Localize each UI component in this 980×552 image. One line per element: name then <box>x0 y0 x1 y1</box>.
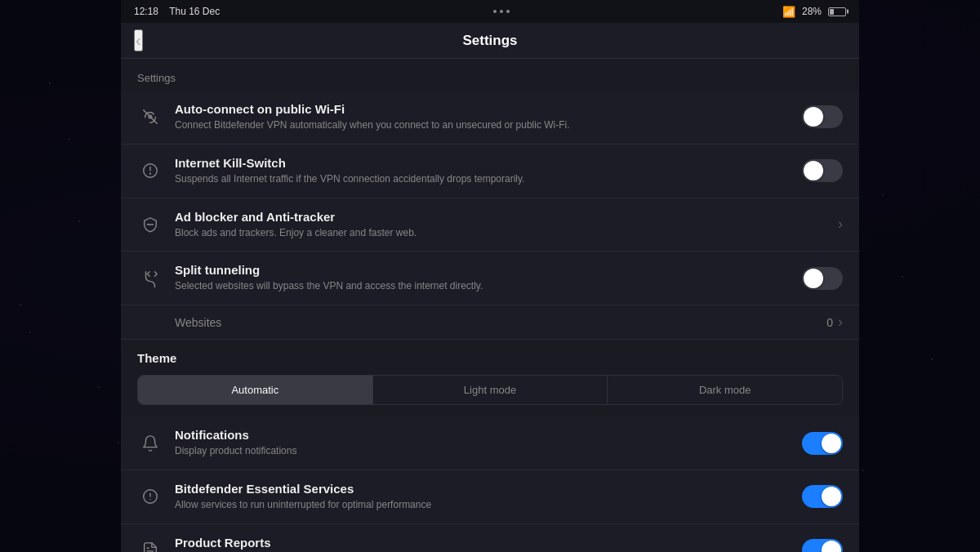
battery-percent: 28% <box>802 6 822 17</box>
essential-services-control[interactable] <box>802 485 843 508</box>
kill-switch-content: Internet Kill-Switch Suspends all Intern… <box>175 156 792 186</box>
auto-connect-title: Auto-connect on public Wi-Fi <box>175 102 792 116</box>
app-header: ‹ Settings <box>121 23 859 59</box>
auto-connect-toggle-thumb <box>804 107 823 127</box>
websites-value: 0 <box>826 316 833 329</box>
kill-switch-title: Internet Kill-Switch <box>175 156 792 170</box>
right-panel <box>859 0 980 552</box>
split-tunneling-toggle-thumb <box>804 269 823 288</box>
status-bar: 12:18 Thu 16 Dec 📶 28% <box>121 0 859 23</box>
product-reports-row: Product Reports Submit anonymous product… <box>121 524 859 552</box>
split-tunneling-row: Split tunneling Selected websites will b… <box>121 252 859 305</box>
websites-chevron: › <box>838 314 843 331</box>
auto-connect-content: Auto-connect on public Wi-Fi Connect Bit… <box>175 102 792 132</box>
product-reports-content: Product Reports Submit anonymous product… <box>175 536 792 552</box>
notifications-subtitle: Display product notifications <box>175 444 792 458</box>
side-panel <box>0 0 121 552</box>
split-tunneling-icon <box>137 265 163 292</box>
ad-blocker-title: Ad blocker and Anti-tracker <box>175 210 828 224</box>
kill-switch-toggle[interactable] <box>802 159 843 182</box>
header-title: Settings <box>462 33 517 49</box>
notifications-row: Notifications Display product notificati… <box>121 416 859 470</box>
essential-services-title: Bitdefender Essential Services <box>175 482 792 496</box>
split-tunneling-content: Split tunneling Selected websites will b… <box>175 263 792 293</box>
battery-indicator <box>828 7 846 16</box>
essential-services-row: Bitdefender Essential Services Allow ser… <box>121 470 859 524</box>
dot-1 <box>493 10 497 13</box>
product-reports-toggle[interactable] <box>802 539 843 552</box>
notifications-toggle-thumb <box>822 434 841 453</box>
notifications-icon <box>137 430 163 456</box>
theme-selector: Automatic Light mode Dark mode <box>137 375 843 405</box>
status-time-date: 12:18 Thu 16 Dec <box>134 6 220 17</box>
status-right: 📶 28% <box>782 6 846 18</box>
notifications-content: Notifications Display product notificati… <box>175 428 792 458</box>
product-reports-icon <box>137 537 163 552</box>
ad-blocker-content: Ad blocker and Anti-tracker Block ads an… <box>175 210 828 240</box>
kill-switch-control[interactable] <box>802 159 843 182</box>
notifications-control[interactable] <box>802 432 843 455</box>
split-tunneling-control[interactable] <box>802 267 843 290</box>
kill-switch-row: Internet Kill-Switch Suspends all Intern… <box>121 145 859 198</box>
status-time: 12:18 <box>134 6 158 17</box>
websites-label: Websites <box>175 316 826 329</box>
split-tunneling-toggle[interactable] <box>802 267 843 290</box>
notifications-toggle[interactable] <box>802 432 843 455</box>
essential-services-content: Bitdefender Essential Services Allow ser… <box>175 482 792 512</box>
battery-fill <box>830 9 834 15</box>
status-center-dots <box>493 10 510 13</box>
product-reports-toggle-thumb <box>822 541 841 552</box>
notifications-title: Notifications <box>175 428 792 442</box>
app-container: 12:18 Thu 16 Dec 📶 28% ‹ Settings Settin… <box>121 0 859 552</box>
auto-connect-control[interactable] <box>802 105 843 128</box>
svg-point-2 <box>150 173 151 174</box>
kill-switch-subtitle: Suspends all Internet traffic if the VPN… <box>175 172 792 186</box>
auto-connect-icon <box>137 104 163 130</box>
settings-content: Settings Auto-connect on public Wi-Fi Co… <box>121 59 859 552</box>
ad-blocker-chevron[interactable]: › <box>838 216 843 233</box>
dot-3 <box>506 10 510 13</box>
split-tunneling-subtitle: Selected websites will bypass the VPN an… <box>175 279 792 293</box>
kill-switch-toggle-thumb <box>804 161 823 180</box>
ad-blocker-icon <box>137 211 163 238</box>
essential-services-toggle-thumb <box>822 487 841 506</box>
essential-services-toggle[interactable] <box>802 485 843 508</box>
ad-blocker-row[interactable]: Ad blocker and Anti-tracker Block ads an… <box>121 198 859 252</box>
websites-row[interactable]: Websites 0 › <box>121 305 859 340</box>
split-tunneling-title: Split tunneling <box>175 263 792 277</box>
kill-switch-icon <box>137 158 163 184</box>
ad-blocker-subtitle: Block ads and trackers. Enjoy a cleaner … <box>175 226 828 240</box>
auto-connect-toggle[interactable] <box>802 105 843 128</box>
dot-2 <box>500 10 503 13</box>
settings-section-label: Settings <box>121 59 859 91</box>
auto-connect-subtitle: Connect Bitdefender VPN automatically wh… <box>175 118 792 132</box>
essential-services-icon <box>137 483 163 510</box>
back-button[interactable]: ‹ <box>134 29 143 51</box>
auto-connect-row: Auto-connect on public Wi-Fi Connect Bit… <box>121 91 859 145</box>
theme-section: Theme Automatic Light mode Dark mode <box>121 340 859 416</box>
theme-dark[interactable]: Dark mode <box>607 376 842 404</box>
essential-services-subtitle: Allow services to run uninterrupted for … <box>175 498 792 512</box>
battery-icon <box>828 7 846 16</box>
theme-light[interactable]: Light mode <box>372 376 608 404</box>
status-date: Thu 16 Dec <box>169 6 220 17</box>
product-reports-title: Product Reports <box>175 536 792 550</box>
product-reports-control[interactable] <box>802 539 843 552</box>
wifi-icon: 📶 <box>782 6 795 18</box>
theme-section-label: Theme <box>137 351 843 365</box>
theme-automatic[interactable]: Automatic <box>138 376 372 404</box>
